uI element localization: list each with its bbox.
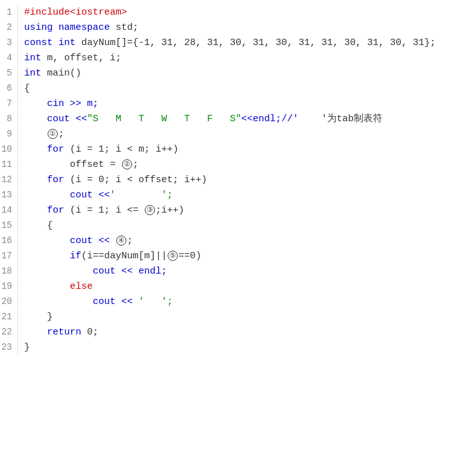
line-number: 7 — [0, 96, 18, 110]
line-content: cout << endl; — [24, 264, 470, 279]
line-content: int m, offset, i; — [24, 51, 470, 66]
line-content: } — [24, 310, 470, 325]
line-number: 21 — [0, 310, 18, 324]
code-line: 11 offset = ②; — [0, 157, 470, 173]
line-number: 10 — [0, 142, 18, 156]
code-line: 8 cout <<"S M T W T F S"<<endl;//' '为tab… — [0, 112, 470, 127]
line-content: for (i = 0; i < offset; i++) — [24, 173, 470, 188]
line-number: 1 — [0, 5, 18, 19]
line-number: 5 — [0, 66, 18, 80]
code-line: 15 { — [0, 218, 470, 234]
line-content: { — [24, 218, 470, 234]
circle-annotation: ④ — [116, 235, 126, 246]
line-content: #include<iostream> — [24, 5, 470, 20]
circle-annotation: ① — [48, 129, 58, 139]
code-line: 17 if(i==dayNum[m]||⑤==0) — [0, 249, 470, 264]
code-line: 22 return 0; — [0, 325, 470, 340]
line-number: 15 — [0, 218, 18, 232]
line-number: 12 — [0, 173, 18, 187]
line-content: ①; — [24, 127, 470, 142]
code-line: 23} — [0, 340, 470, 355]
code-line: 2using namespace std; — [0, 20, 470, 36]
line-number: 14 — [0, 203, 18, 217]
code-line: 14 for (i = 1; i <= ③;i++) — [0, 203, 470, 218]
line-content: if(i==dayNum[m]||⑤==0) — [24, 249, 470, 264]
line-content: } — [24, 340, 470, 355]
line-number: 17 — [0, 249, 18, 263]
circle-annotation: ② — [122, 159, 132, 169]
line-content: const int dayNum[]={-1, 31, 28, 31, 30, … — [24, 36, 470, 51]
code-line: 13 cout <<' '; — [0, 188, 470, 203]
circle-annotation: ③ — [145, 205, 155, 215]
line-content: cout << ' '; — [24, 294, 470, 310]
code-line: 5int main() — [0, 66, 470, 81]
line-number: 23 — [0, 340, 18, 354]
line-content: cout <<"S M T W T F S"<<endl;//' '为tab制表… — [24, 112, 470, 127]
line-number: 4 — [0, 51, 18, 65]
code-line: 16 cout << ④; — [0, 234, 470, 249]
line-content: offset = ②; — [24, 157, 470, 173]
code-line: 1#include<iostream> — [0, 5, 470, 20]
circle-annotation: ⑤ — [168, 251, 178, 261]
line-content: for (i = 1; i <= ③;i++) — [24, 203, 470, 218]
line-number: 16 — [0, 234, 18, 248]
code-line: 20 cout << ' '; — [0, 294, 470, 310]
code-line: 21 } — [0, 310, 470, 325]
line-number: 20 — [0, 294, 18, 308]
line-number: 19 — [0, 279, 18, 293]
code-line: 4int m, offset, i; — [0, 51, 470, 66]
line-content: cin >> m; — [24, 96, 470, 112]
code-line: 3const int dayNum[]={-1, 31, 28, 31, 30,… — [0, 36, 470, 51]
line-number: 18 — [0, 264, 18, 278]
line-content: else — [24, 279, 470, 294]
line-number: 11 — [0, 157, 18, 171]
code-line: 12 for (i = 0; i < offset; i++) — [0, 173, 470, 188]
line-content: cout << ④; — [24, 234, 470, 249]
line-number: 22 — [0, 325, 18, 339]
line-content: using namespace std; — [24, 20, 470, 36]
line-number: 6 — [0, 81, 18, 95]
code-line: 10 for (i = 1; i < m; i++) — [0, 142, 470, 157]
code-line: 9 ①; — [0, 127, 470, 142]
code-editor: 1#include<iostream>2using namespace std;… — [0, 0, 470, 476]
line-content: cout <<' '; — [24, 188, 470, 203]
code-line: 7 cin >> m; — [0, 96, 470, 112]
line-content: int main() — [24, 66, 470, 81]
line-content: { — [24, 81, 470, 96]
line-number: 2 — [0, 20, 18, 34]
code-line: 19 else — [0, 279, 470, 294]
code-line: 6{ — [0, 81, 470, 96]
line-content: for (i = 1; i < m; i++) — [24, 142, 470, 157]
line-number: 13 — [0, 188, 18, 202]
code-line: 18 cout << endl; — [0, 264, 470, 279]
line-content: return 0; — [24, 325, 470, 340]
line-number: 9 — [0, 127, 18, 141]
line-number: 8 — [0, 112, 18, 126]
line-number: 3 — [0, 36, 18, 50]
